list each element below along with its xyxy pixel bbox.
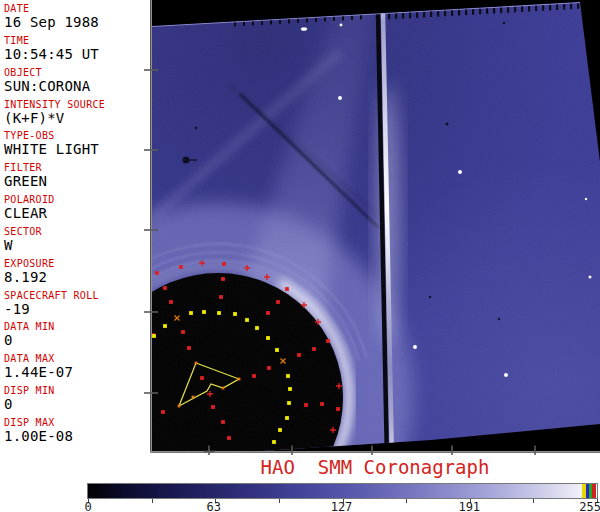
bottom-axis-tick — [534, 446, 536, 456]
star-speck — [340, 24, 343, 27]
colorbar — [87, 483, 598, 499]
field-value: 16 Sep 1988 — [4, 15, 150, 30]
yellow-square-marker — [278, 428, 282, 432]
red-square-marker — [181, 330, 185, 334]
metadata-row: TIME10:54:45 UT — [0, 35, 150, 67]
metadata-row: OBJECTSUN:CORONA — [0, 67, 150, 99]
red-square-marker — [304, 403, 308, 407]
star-speck — [301, 27, 307, 31]
star-speck — [338, 96, 342, 100]
star-specks — [301, 24, 592, 377]
bottom-axis-tick — [291, 446, 293, 456]
metadata-row: DISP MIN0 — [0, 385, 150, 417]
red-square-marker — [285, 287, 289, 291]
bottom-axis-tick — [208, 446, 210, 456]
metadata-row: DATA MIN0 — [0, 321, 150, 353]
field-value: W — [4, 238, 150, 253]
orange-x-marker — [281, 359, 286, 364]
field-label: SPACECRAFT ROLL — [4, 290, 150, 301]
field-label: DATA MIN — [4, 321, 150, 332]
colorbar-tick-label: 255 — [579, 501, 600, 512]
polygon-vertex-dot — [192, 396, 195, 399]
red-square-marker — [336, 407, 340, 411]
yellow-square-marker — [287, 401, 291, 405]
red-square-marker — [221, 277, 225, 281]
metadata-row: TYPE-OBSWHITE LIGHT — [0, 130, 150, 162]
red-cross-marker — [244, 265, 250, 271]
dust-speck — [498, 318, 500, 320]
dust-speck — [183, 157, 190, 164]
yellow-square-marker — [255, 326, 259, 330]
red-square-marker — [320, 402, 324, 406]
field-value: (K+F)*V — [4, 111, 150, 126]
colorbar-tick — [406, 499, 407, 503]
yellow-square-marker — [286, 374, 290, 378]
field-value: GREEN — [4, 174, 150, 189]
red-cross-marker — [264, 274, 270, 280]
red-square-marker — [161, 410, 165, 414]
field-value: WHITE LIGHT — [4, 142, 150, 157]
metadata-panel: DATE16 Sep 1988TIME10:54:45 UTOBJECTSUN:… — [0, 0, 150, 455]
red-square-marker — [326, 339, 330, 343]
red-square-marker — [267, 366, 271, 370]
yellow-square-marker — [217, 311, 221, 315]
polygon-vertex-dot — [178, 405, 181, 408]
red-square-marker — [169, 300, 173, 304]
field-value: CLEAR — [4, 206, 150, 221]
field-value: 1.44E-07 — [4, 365, 150, 380]
colorbar-tick — [533, 499, 534, 503]
red-cross-marker — [199, 260, 205, 266]
dust-speck — [446, 123, 449, 126]
bottom-axis-tick — [451, 446, 453, 456]
metadata-row: EXPOSURE8.192 — [0, 258, 150, 290]
yellow-square-marker — [152, 334, 156, 338]
dark-streak — [240, 94, 379, 228]
colorbar-tick-label: 127 — [331, 501, 353, 512]
field-label: EXPOSURE — [4, 258, 150, 269]
camera-footprint-polygon — [179, 363, 239, 406]
plot-background — [150, 0, 600, 453]
red-cross-marker — [301, 302, 307, 308]
red-square-marker — [312, 347, 316, 351]
yellow-square-marker — [266, 336, 270, 340]
red-square-marker — [219, 295, 223, 299]
pylon-bright-line — [381, 0, 395, 450]
colorbar-overlay-stripes — [582, 484, 596, 498]
field-value: -19 — [4, 302, 150, 317]
field-label: TIME — [4, 35, 150, 46]
red-square-marker — [151, 333, 155, 337]
red-cross-marker — [336, 383, 342, 389]
overlay-color-stripe — [592, 484, 596, 498]
dust-speck — [429, 296, 431, 298]
yellow-square-marker — [189, 311, 193, 315]
red-cross-marker — [315, 319, 321, 325]
field-label: DATE — [4, 3, 150, 14]
dust-specks — [183, 22, 506, 320]
red-square-marker — [227, 436, 231, 440]
colorbar-tick-label: 191 — [458, 501, 480, 512]
disk-rim-glow — [280, 282, 349, 455]
field-label: DATA MAX — [4, 353, 150, 364]
red-cross-marker — [330, 427, 336, 433]
colorbar-tick — [152, 499, 153, 503]
bottom-axis-tick — [371, 446, 373, 456]
field-label: POLAROID — [4, 194, 150, 205]
metadata-row: POLAROIDCLEAR — [0, 194, 150, 226]
yellow-square-marker — [272, 440, 276, 444]
field-value: 10:54:45 UT — [4, 47, 150, 62]
metadata-row: INTENSITY SOURCE(K+F)*V — [0, 99, 150, 131]
polygon-vertex-dot — [222, 387, 225, 390]
yellow-square-marker — [202, 310, 206, 314]
field-label: FILTER — [4, 162, 150, 173]
polygon-vertex-dot — [238, 378, 241, 381]
red-square-marker — [252, 374, 256, 378]
yellow-square-marker — [285, 416, 289, 420]
field-label: OBJECT — [4, 67, 150, 78]
bottom-axis-line — [150, 451, 600, 453]
field-value: 0 — [4, 397, 150, 412]
red-square-marker — [221, 420, 225, 424]
star-speck — [504, 373, 508, 377]
red-square-marker — [163, 286, 167, 290]
red-square-marker — [211, 405, 215, 409]
yellow-square-marker — [233, 312, 237, 316]
